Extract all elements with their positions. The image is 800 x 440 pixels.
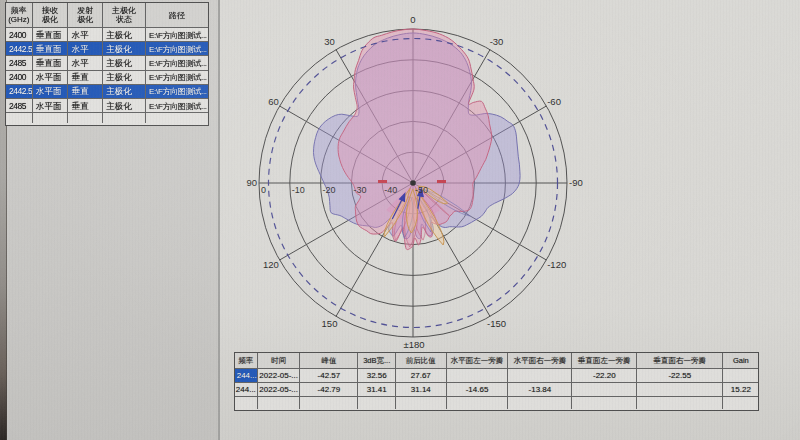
svg-text:0: 0: [410, 14, 415, 25]
svg-text:150: 150: [322, 318, 338, 329]
svg-text:-30: -30: [490, 36, 504, 47]
svg-text:±180: ±180: [403, 339, 424, 350]
svg-text:60: 60: [268, 96, 279, 107]
svg-text:-150: -150: [487, 318, 506, 329]
svg-text:120: 120: [263, 259, 279, 270]
svg-text:-120: -120: [547, 259, 566, 270]
svg-text:90: 90: [246, 177, 257, 188]
svg-text:-10: -10: [292, 185, 305, 195]
svg-text:-60: -60: [547, 96, 561, 107]
svg-text:0: 0: [261, 185, 266, 195]
svg-text:-50: -50: [415, 185, 428, 195]
svg-text:-90: -90: [569, 177, 583, 188]
svg-text:-30: -30: [353, 185, 366, 195]
svg-text:-20: -20: [323, 185, 336, 195]
svg-text:-40: -40: [384, 185, 397, 195]
svg-text:30: 30: [324, 36, 335, 47]
